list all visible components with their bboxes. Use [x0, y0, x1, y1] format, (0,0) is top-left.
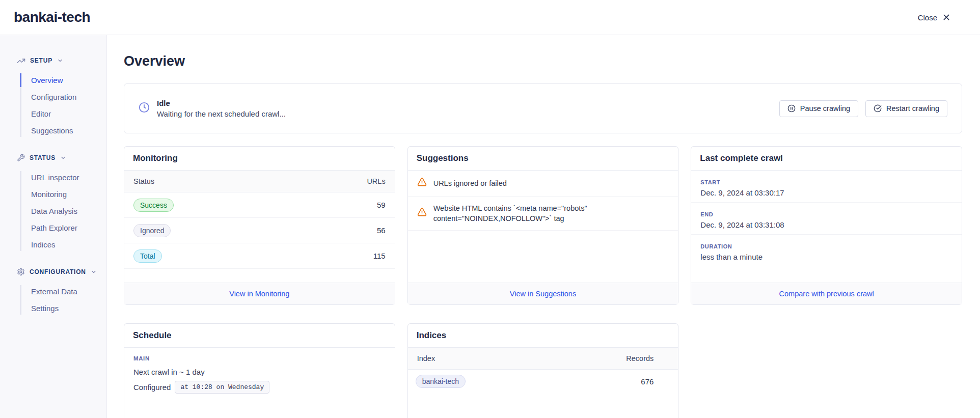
schedule-group-label: MAIN — [133, 355, 386, 361]
table-row: bankai-tech 676 — [408, 370, 678, 393]
sidebar: SETUP Overview Configuration Editor Sugg… — [0, 35, 107, 418]
monitoring-table-header: Status URLs — [124, 171, 395, 192]
indices-card-title: Indices — [408, 324, 678, 348]
trending-up-icon — [17, 57, 25, 65]
wrench-icon — [17, 154, 25, 162]
sidebar-item-monitoring[interactable]: Monitoring — [20, 186, 106, 203]
suggestion-item: Website HTML contains `<meta name="robot… — [408, 197, 678, 231]
status-badge-success: Success — [133, 199, 174, 212]
nav-section-label: CONFIGURATION — [30, 268, 86, 275]
sidebar-item-overview[interactable]: Overview — [20, 72, 106, 89]
sidebar-item-path-explorer[interactable]: Path Explorer — [20, 219, 106, 236]
configured-label: Configured — [133, 383, 171, 392]
table-row: Success 59 — [124, 192, 395, 218]
nav-section-status-header[interactable]: STATUS — [17, 153, 106, 163]
sidebar-item-external-data[interactable]: External Data — [20, 283, 106, 300]
status-badge-ignored: Ignored — [133, 224, 171, 237]
restart-check-icon — [874, 104, 882, 113]
clock-icon — [139, 102, 150, 115]
crawl-duration-row: DURATION less than a minute — [691, 235, 962, 266]
indices-card: Indices Index Records bankai-tech 676 — [407, 323, 679, 418]
warning-icon — [417, 177, 427, 189]
main-content: Overview Idle Waiting for the next sched… — [107, 35, 980, 418]
sidebar-item-data-analysis[interactable]: Data Analysis — [20, 203, 106, 219]
view-in-monitoring-link[interactable]: View in Monitoring — [229, 290, 289, 298]
app-logo: bankai-tech — [14, 9, 90, 25]
last-crawl-card-footer: Compare with previous crawl — [691, 283, 962, 304]
warning-icon — [417, 207, 427, 219]
crawl-start-row: START Dec. 9, 2024 at 03:30:17 — [691, 171, 962, 203]
suggestions-card-title: Suggestions — [408, 147, 678, 171]
schedule-card: Schedule MAIN Next crawl in ~ 1 day Conf… — [124, 323, 395, 418]
restart-crawling-button[interactable]: Restart crawling — [865, 100, 947, 117]
nav-section-setup: SETUP Overview Configuration Editor Sugg… — [17, 55, 106, 139]
table-row: Total 115 — [124, 243, 395, 269]
suggestions-card: Suggestions URLs ignored or failed Websi… — [407, 146, 679, 305]
nav-section-configuration: CONFIGURATION External Data Settings — [17, 267, 106, 317]
monitoring-card-title: Monitoring — [124, 147, 395, 171]
records-count: 676 — [641, 377, 654, 386]
indices-table-header: Index Records — [408, 348, 678, 370]
gear-icon — [17, 268, 25, 276]
close-icon — [942, 13, 950, 21]
crawler-state: Idle — [157, 99, 286, 107]
sidebar-item-url-inspector[interactable]: URL inspector — [20, 169, 106, 186]
next-crawl-text: Next crawl in ~ 1 day — [133, 368, 386, 376]
last-crawl-card: Last complete crawl START Dec. 9, 2024 a… — [691, 146, 962, 305]
close-button[interactable]: Close — [918, 13, 950, 22]
app-header: bankai-tech Close — [0, 0, 980, 35]
configured-schedule-chip: at 10:28 on Wednesday — [175, 381, 269, 394]
pause-circle-icon — [787, 104, 796, 113]
view-in-suggestions-link[interactable]: View in Suggestions — [510, 290, 576, 298]
suggestion-item: URLs ignored or failed — [408, 171, 678, 197]
suggestions-card-footer: View in Suggestions — [408, 283, 678, 304]
monitoring-card-footer: View in Monitoring — [124, 283, 395, 304]
nav-section-status: STATUS URL inspector Monitoring Data Ana… — [17, 153, 106, 253]
sidebar-item-configuration[interactable]: Configuration — [20, 89, 106, 105]
compare-previous-crawl-link[interactable]: Compare with previous crawl — [779, 290, 874, 298]
sidebar-item-editor[interactable]: Editor — [20, 105, 106, 122]
nav-section-configuration-header[interactable]: CONFIGURATION — [17, 267, 106, 277]
schedule-card-title: Schedule — [124, 324, 395, 348]
table-row: Ignored 56 — [124, 218, 395, 243]
close-label: Close — [918, 13, 937, 22]
last-crawl-card-title: Last complete crawl — [691, 147, 962, 171]
crawler-state-description: Waiting for the next scheduled crawl... — [157, 109, 286, 118]
page-title: Overview — [124, 53, 962, 69]
url-count: 115 — [373, 252, 386, 260]
url-count: 56 — [377, 226, 386, 235]
sidebar-item-suggestions[interactable]: Suggestions — [20, 122, 106, 139]
status-badge-total: Total — [133, 249, 162, 263]
chevron-down-icon — [60, 155, 66, 161]
sidebar-item-settings[interactable]: Settings — [20, 300, 106, 317]
nav-section-label: SETUP — [30, 57, 52, 64]
index-name-badge: bankai-tech — [416, 375, 466, 388]
url-count: 59 — [377, 201, 386, 209]
crawl-end-row: END Dec. 9, 2024 at 03:31:08 — [691, 203, 962, 235]
nav-section-setup-header[interactable]: SETUP — [17, 55, 106, 66]
nav-section-label: STATUS — [30, 154, 56, 161]
pause-crawling-button[interactable]: Pause crawling — [779, 100, 858, 117]
chevron-down-icon — [91, 269, 97, 275]
sidebar-item-indices[interactable]: Indices — [20, 236, 106, 253]
crawler-status-banner: Idle Waiting for the next scheduled craw… — [124, 83, 962, 133]
chevron-down-icon — [57, 58, 63, 64]
monitoring-card: Monitoring Status URLs Success 59 Ignore… — [124, 146, 395, 305]
